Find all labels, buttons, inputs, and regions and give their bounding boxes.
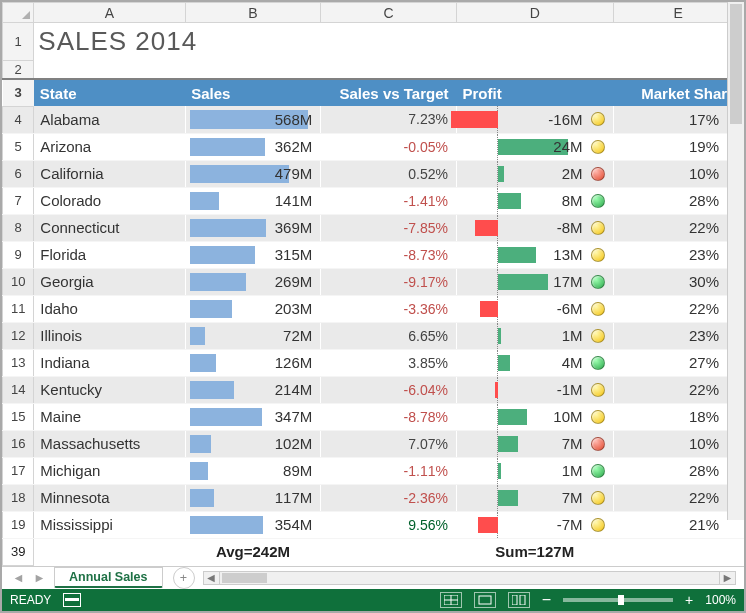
row-header[interactable]: 14	[3, 376, 34, 403]
add-sheet-button[interactable]: +	[173, 567, 195, 589]
svt-cell[interactable]: 6.65%	[321, 322, 457, 349]
summary-blank[interactable]	[321, 538, 457, 565]
col-label-sales[interactable]: Sales	[185, 79, 321, 106]
profit-cell[interactable]: -1M	[456, 376, 613, 403]
state-cell[interactable]: Minnesota	[34, 484, 185, 511]
svt-cell[interactable]: -2.36%	[321, 484, 457, 511]
share-cell[interactable]: 23%	[613, 322, 743, 349]
state-cell[interactable]: Michigan	[34, 457, 185, 484]
vertical-scrollbar[interactable]	[727, 2, 744, 520]
row-header[interactable]: 18	[3, 484, 34, 511]
col-label-state[interactable]: State	[34, 79, 185, 106]
svt-cell[interactable]: -9.17%	[321, 268, 457, 295]
sales-cell[interactable]: 141M	[185, 187, 321, 214]
row-header[interactable]: 2	[3, 61, 34, 80]
table-row[interactable]: 10Georgia269M-9.17%17M30%	[3, 268, 744, 295]
svt-cell[interactable]: -8.73%	[321, 241, 457, 268]
sales-cell[interactable]: 369M	[185, 214, 321, 241]
share-cell[interactable]: 10%	[613, 430, 743, 457]
row-header[interactable]: 19	[3, 511, 34, 538]
table-row[interactable]: 12Illinois72M6.65%1M23%	[3, 322, 744, 349]
row-header[interactable]: 5	[3, 133, 34, 160]
profit-cell[interactable]: 1M	[456, 457, 613, 484]
sales-cell[interactable]: 568M	[185, 106, 321, 133]
table-row[interactable]: 13Indiana126M3.85%4M27%	[3, 349, 744, 376]
table-row[interactable]: 5Arizona362M-0.05%24M19%	[3, 133, 744, 160]
share-cell[interactable]: 30%	[613, 268, 743, 295]
row-header[interactable]: 17	[3, 457, 34, 484]
sales-cell[interactable]: 203M	[185, 295, 321, 322]
state-cell[interactable]: Colorado	[34, 187, 185, 214]
table-row[interactable]: 7Colorado141M-1.41%8M28%	[3, 187, 744, 214]
row-header[interactable]: 3	[3, 79, 34, 106]
scroll-left-icon[interactable]: ◄	[204, 572, 220, 584]
sheet-nav-arrows[interactable]: ◄ ►	[2, 571, 50, 585]
svt-cell[interactable]: -0.05%	[321, 133, 457, 160]
table-row[interactable]: 15Maine347M-8.78%10M18%	[3, 403, 744, 430]
scroll-right-icon[interactable]: ►	[719, 572, 735, 584]
profit-cell[interactable]: 10M	[456, 403, 613, 430]
profit-cell[interactable]: 17M	[456, 268, 613, 295]
state-cell[interactable]: California	[34, 160, 185, 187]
svt-cell[interactable]: -1.41%	[321, 187, 457, 214]
row-header[interactable]: 13	[3, 349, 34, 376]
sales-cell[interactable]: 362M	[185, 133, 321, 160]
row-header[interactable]: 9	[3, 241, 34, 268]
share-cell[interactable]: 22%	[613, 214, 743, 241]
svt-cell[interactable]: -1.11%	[321, 457, 457, 484]
summary-profit[interactable]: Sum=127M	[456, 538, 613, 565]
sheet-next-icon[interactable]: ►	[33, 571, 45, 585]
share-cell[interactable]: 23%	[613, 241, 743, 268]
profit-cell[interactable]: 8M	[456, 187, 613, 214]
profit-cell[interactable]: 2M	[456, 160, 613, 187]
view-pagebreak-button[interactable]	[508, 592, 530, 608]
row-header[interactable]: 10	[3, 268, 34, 295]
state-cell[interactable]: Indiana	[34, 349, 185, 376]
state-cell[interactable]: Mississippi	[34, 511, 185, 538]
sales-cell[interactable]: 479M	[185, 160, 321, 187]
profit-cell[interactable]: -6M	[456, 295, 613, 322]
state-cell[interactable]: Florida	[34, 241, 185, 268]
state-cell[interactable]: Arizona	[34, 133, 185, 160]
share-cell[interactable]: 28%	[613, 457, 743, 484]
share-cell[interactable]: 10%	[613, 160, 743, 187]
row-header[interactable]: 8	[3, 214, 34, 241]
col-label-share[interactable]: Market Share	[613, 79, 743, 106]
summary-blank[interactable]	[34, 538, 185, 565]
table-row[interactable]: 14Kentucky214M-6.04%-1M22%	[3, 376, 744, 403]
row-header[interactable]: 39	[3, 538, 34, 565]
select-all-button[interactable]	[3, 3, 34, 23]
state-cell[interactable]: Massachusetts	[34, 430, 185, 457]
sales-cell[interactable]: 72M	[185, 322, 321, 349]
sales-cell[interactable]: 102M	[185, 430, 321, 457]
col-label-profit[interactable]: Profit	[456, 79, 613, 106]
table-row[interactable]: 16Massachusetts102M7.07%7M10%	[3, 430, 744, 457]
svt-cell[interactable]: 7.07%	[321, 430, 457, 457]
table-row[interactable]: 9Florida315M-8.73%13M23%	[3, 241, 744, 268]
col-header-c[interactable]: C	[321, 3, 457, 23]
svt-cell[interactable]: -3.36%	[321, 295, 457, 322]
col-header-d[interactable]: D	[456, 3, 613, 23]
svt-cell[interactable]: -8.78%	[321, 403, 457, 430]
summary-blank[interactable]	[613, 538, 743, 565]
sheet-prev-icon[interactable]: ◄	[12, 571, 24, 585]
row-header[interactable]: 12	[3, 322, 34, 349]
row-header[interactable]: 7	[3, 187, 34, 214]
sales-cell[interactable]: 117M	[185, 484, 321, 511]
state-cell[interactable]: Idaho	[34, 295, 185, 322]
table-row[interactable]: 6California479M0.52%2M10%	[3, 160, 744, 187]
col-header-e[interactable]: E	[613, 3, 743, 23]
row-header[interactable]: 11	[3, 295, 34, 322]
state-cell[interactable]: Alabama	[34, 106, 185, 133]
table-row[interactable]: 17Michigan89M-1.11%1M28%	[3, 457, 744, 484]
row-header[interactable]: 6	[3, 160, 34, 187]
col-header-a[interactable]: A	[34, 3, 185, 23]
share-cell[interactable]: 19%	[613, 133, 743, 160]
table-row[interactable]: 19Mississippi354M9.56%-7M21%	[3, 511, 744, 538]
page-title[interactable]: SALES 2014	[34, 23, 744, 61]
state-cell[interactable]: Illinois	[34, 322, 185, 349]
profit-cell[interactable]: 7M	[456, 430, 613, 457]
row-header[interactable]: 16	[3, 430, 34, 457]
macro-record-icon[interactable]	[63, 593, 81, 607]
sales-cell[interactable]: 269M	[185, 268, 321, 295]
